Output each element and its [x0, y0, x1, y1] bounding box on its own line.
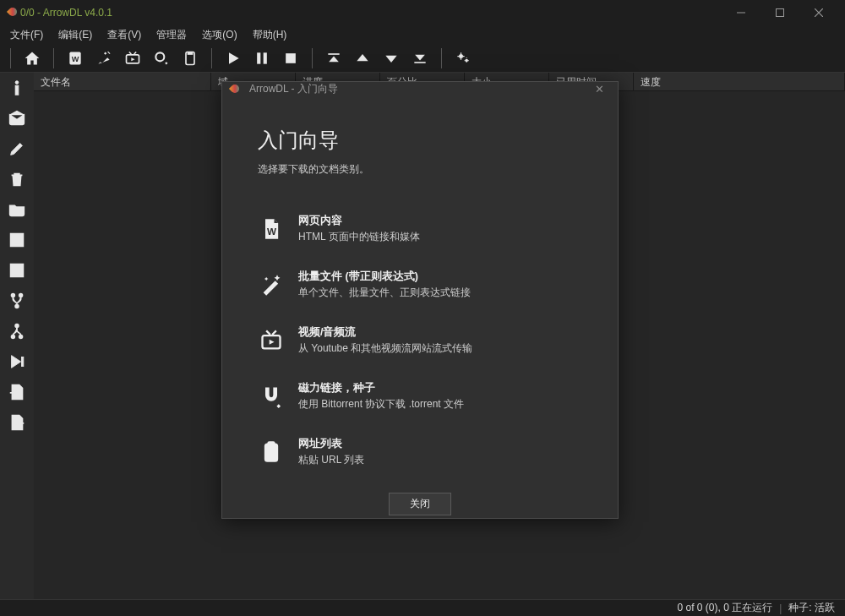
svg-point-12: [459, 54, 463, 58]
dialog-footer: 关闭: [222, 493, 618, 522]
option-text: 网页内容 HTML 页面中的链接和媒体: [298, 214, 420, 244]
svg-point-24: [12, 335, 15, 339]
add-urls-button[interactable]: [177, 46, 203, 71]
svg-point-13: [465, 58, 468, 62]
add-batch-button[interactable]: [91, 46, 117, 71]
svg-point-25: [19, 335, 23, 339]
option-desc: 粘贴 URL 列表: [298, 453, 364, 467]
option-web-content[interactable]: W 网页内容 HTML 页面中的链接和媒体: [258, 214, 582, 244]
option-batch[interactable]: 批量文件 (带正则表达式) 单个文件、批量文件、正则表达式链接: [258, 270, 582, 300]
fork-icon[interactable]: [3, 289, 30, 313]
merge-icon[interactable]: [3, 319, 30, 343]
svg-rect-26: [22, 357, 24, 367]
status-left: 0 of 0 (0), 0 正在运行: [678, 601, 773, 615]
svg-point-14: [15, 81, 19, 84]
svg-rect-17: [14, 237, 19, 243]
svg-point-5: [155, 52, 164, 61]
select-none-icon[interactable]: [3, 259, 30, 282]
close-button[interactable]: [799, 0, 838, 25]
select-all-icon[interactable]: [3, 228, 30, 252]
toolbar-separator: [211, 48, 212, 68]
menu-file[interactable]: 文件(F): [3, 26, 50, 44]
option-url-list[interactable]: 网址列表 粘贴 URL 列表: [258, 437, 582, 467]
dialog-app-icon: [229, 83, 243, 96]
pause-button[interactable]: [249, 46, 275, 71]
move-up-button[interactable]: [350, 46, 375, 71]
menu-manager[interactable]: 管理器: [150, 26, 194, 44]
svg-point-22: [15, 305, 19, 308]
dialog-title: ArrowDL - 入门向导: [249, 82, 587, 96]
settings-button[interactable]: [450, 46, 476, 71]
app-icon: [7, 6, 20, 19]
svg-point-23: [15, 324, 19, 328]
tv-play-icon: [258, 327, 285, 354]
option-stream[interactable]: 视频/音频流 从 Youtube 和其他视频流网站流式传输: [258, 325, 582, 356]
svg-rect-15: [15, 85, 19, 95]
option-title: 视频/音频流: [298, 325, 472, 340]
dialog-body: 入门向导 选择要下载的文档类别。 W 网页内容 HTML 页面中的链接和媒体 批…: [222, 96, 618, 493]
mail-icon[interactable]: [3, 106, 30, 130]
svg-text:W: W: [267, 226, 276, 237]
toolbar-separator: [10, 48, 11, 68]
svg-rect-30: [269, 442, 275, 446]
info-icon[interactable]: [3, 76, 30, 100]
toolbar-separator: [312, 48, 313, 68]
svg-rect-8: [264, 52, 267, 63]
option-title: 网址列表: [298, 437, 364, 451]
menu-options[interactable]: 选项(O): [195, 26, 243, 44]
svg-rect-19: [14, 267, 19, 273]
svg-rect-11: [414, 62, 425, 63]
minimize-button[interactable]: [722, 0, 760, 25]
force-start-icon[interactable]: [3, 350, 30, 373]
home-button[interactable]: [19, 46, 45, 71]
open-folder-icon[interactable]: [3, 198, 30, 221]
dialog-close-button[interactable]: ✕: [587, 83, 611, 95]
add-web-button[interactable]: W: [63, 46, 88, 71]
move-down-button[interactable]: [379, 46, 404, 71]
import-icon[interactable]: [3, 380, 30, 404]
option-text: 视频/音频流 从 Youtube 和其他视频流网站流式传输: [298, 325, 472, 356]
add-stream-button[interactable]: [120, 46, 145, 71]
dialog-titlebar: ArrowDL - 入门向导 ✕: [222, 82, 618, 96]
svg-rect-0: [737, 13, 745, 14]
option-title: 批量文件 (带正则表达式): [298, 270, 471, 284]
export-icon[interactable]: [3, 411, 30, 434]
svg-rect-9: [286, 53, 296, 63]
wand-icon: [258, 271, 285, 298]
option-title: 磁力链接，种子: [298, 381, 464, 395]
delete-icon[interactable]: [3, 167, 30, 191]
side-toolbar: [0, 73, 34, 599]
resume-button[interactable]: [221, 46, 246, 71]
column-filename[interactable]: 文件名: [34, 73, 211, 90]
option-magnet[interactable]: 磁力链接，种子 使用 Bittorrent 协议下载 .torrent 文件: [258, 381, 582, 412]
dialog-close-action-button[interactable]: 关闭: [389, 493, 451, 515]
edit-icon[interactable]: [3, 137, 30, 161]
add-torrent-button[interactable]: [149, 46, 174, 71]
option-desc: HTML 页面中的链接和媒体: [298, 230, 420, 244]
status-right: 种子: 活跃: [788, 601, 835, 615]
svg-text:W: W: [72, 55, 79, 63]
menu-help[interactable]: 帮助(H): [246, 26, 294, 44]
wizard-dialog: ArrowDL - 入门向导 ✕ 入门向导 选择要下载的文档类别。 W 网页内容…: [221, 81, 619, 519]
stop-button[interactable]: [278, 46, 303, 71]
window-title: 0/0 - ArrowDL v4.0.1: [20, 7, 722, 19]
option-text: 网址列表 粘贴 URL 列表: [298, 437, 364, 467]
svg-rect-7: [257, 52, 260, 63]
option-text: 批量文件 (带正则表达式) 单个文件、批量文件、正则表达式链接: [298, 270, 471, 300]
menu-view[interactable]: 查看(V): [101, 26, 148, 44]
toolbar: W: [0, 44, 845, 73]
move-bottom-button[interactable]: [407, 46, 433, 71]
svg-point-21: [19, 294, 23, 297]
titlebar: 0/0 - ArrowDL v4.0.1: [0, 0, 845, 25]
wizard-heading: 入门向导: [258, 127, 582, 154]
column-speed[interactable]: 速度: [634, 73, 845, 90]
option-text: 磁力链接，种子 使用 Bittorrent 协议下载 .torrent 文件: [298, 381, 464, 412]
status-divider: |: [779, 602, 782, 614]
svg-point-20: [12, 294, 15, 297]
move-top-button[interactable]: [321, 46, 346, 71]
menu-edit[interactable]: 编辑(E): [52, 26, 99, 44]
maximize-button[interactable]: [760, 0, 799, 25]
option-desc: 从 Youtube 和其他视频流网站流式传输: [298, 341, 472, 356]
svg-rect-10: [328, 53, 339, 55]
window-controls: [722, 0, 838, 25]
